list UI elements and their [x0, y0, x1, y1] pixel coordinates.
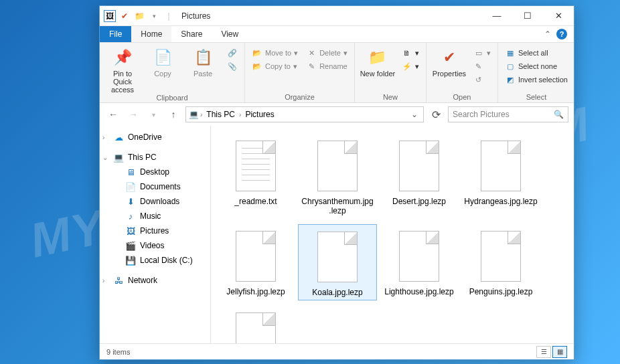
copyto-icon: 📂 [252, 61, 262, 72]
history-button[interactable]: ↺ [471, 74, 493, 86]
address-bar: ← → ▾ ↑ 💻 › This PC › Pictures ⌄ ⟳ Searc… [100, 103, 574, 126]
tab-view[interactable]: View [212, 26, 248, 42]
chevron-right-icon[interactable]: › [200, 111, 202, 118]
text-file-icon [232, 136, 280, 195]
file-item[interactable]: Jellyfish.jpg.lezp [216, 224, 295, 300]
copy-to-button[interactable]: 📂Copy to ▾ [249, 60, 301, 72]
file-icon [313, 136, 362, 195]
desktop-icon: 🖥 [125, 167, 136, 177]
select-none-button[interactable]: ▢Select none [502, 60, 570, 72]
recent-button[interactable]: ▾ [145, 106, 161, 122]
select-all-icon: ▦ [505, 48, 516, 58]
file-icon [232, 227, 280, 286]
file-item[interactable]: Koala.jpg.lezp [298, 224, 377, 300]
breadcrumb[interactable]: 💻 › This PC › Pictures ⌄ [185, 106, 424, 122]
titlebar: 🖼 ✔ 📁 ▾ | Pictures ― ☐ ✕ [100, 6, 574, 26]
crumb-thispc[interactable]: This PC [204, 110, 238, 119]
delete-button[interactable]: ✕Delete ▾ [303, 47, 350, 59]
nav-music[interactable]: ♪Music [100, 209, 210, 223]
move-to-button[interactable]: 📂Move to ▾ [249, 47, 301, 59]
maximize-button[interactable]: ☐ [512, 6, 543, 26]
file-name: Penguins.jpg.lezp [469, 287, 533, 296]
up-button[interactable]: ↑ [165, 106, 181, 122]
easy-access-icon: ⚡ [402, 61, 412, 72]
group-organize-label: Organize [249, 93, 350, 102]
close-button[interactable]: ✕ [543, 6, 574, 26]
file-icon [313, 227, 362, 286]
file-item[interactable]: Chrysanthemum.jpg.lezp [298, 134, 377, 219]
delete-icon: ✕ [306, 48, 317, 58]
new-folder-button[interactable]: 📁 New folder [359, 47, 396, 78]
paste-button[interactable]: 📋 Paste [184, 47, 222, 78]
tab-home[interactable]: Home [131, 26, 171, 42]
easy-access-button[interactable]: ⚡▾ [399, 60, 422, 72]
qat-icon-2[interactable]: ✔ [119, 10, 131, 22]
chevron-right-icon[interactable]: › [239, 111, 241, 118]
nav-downloads[interactable]: ⬇Downloads [100, 194, 210, 209]
nav-documents[interactable]: 📄Documents [100, 179, 210, 194]
item-count: 9 items [106, 348, 130, 356]
pin-quick-access-button[interactable]: 📌 Pin to Quick access [104, 47, 141, 94]
nav-desktop[interactable]: 🖥Desktop [100, 165, 210, 179]
rename-button[interactable]: ✎Rename [303, 60, 350, 72]
new-item-button[interactable]: 🗎▾ [399, 47, 422, 59]
status-bar: 9 items ☰ ▦ [100, 343, 574, 359]
ribbon-tabs: File Home Share View ⌃ ? [100, 26, 574, 43]
disk-icon: 💾 [125, 255, 136, 266]
nav-localdisk[interactable]: 💾Local Disk (C:) [100, 253, 210, 268]
file-name: Chrysanthemum.jpg.lezp [301, 197, 374, 216]
file-icon [232, 308, 280, 343]
file-item[interactable]: Lighthouse.jpg.lezp [380, 224, 459, 300]
new-item-icon: 🗎 [402, 48, 412, 58]
copy-button[interactable]: 📄 Copy [144, 47, 181, 78]
paste-shortcut-button[interactable]: 📎 [224, 60, 240, 72]
file-name: Lighthouse.jpg.lezp [384, 287, 453, 296]
file-icon [477, 227, 525, 286]
select-all-button[interactable]: ▦Select all [502, 47, 570, 59]
nav-onedrive[interactable]: ›☁OneDrive [100, 130, 210, 145]
nav-network[interactable]: ›🖧Network [100, 273, 210, 288]
edit-button[interactable]: ✎ [471, 60, 493, 72]
file-item[interactable]: Penguins.jpg.lezp [461, 224, 540, 300]
file-pane[interactable]: _readme.txtChrysanthemum.jpg.lezpDesert.… [211, 126, 574, 343]
downloads-icon: ⬇ [125, 196, 136, 207]
file-item[interactable]: Desert.jpg.lezp [380, 134, 459, 219]
forward-button[interactable]: → [125, 106, 141, 122]
pc-icon: 💻 [113, 152, 124, 163]
group-select-label: Select [502, 93, 570, 102]
collapse-ribbon-icon[interactable]: ⌃ [544, 29, 551, 39]
file-item[interactable]: _readme.txt [216, 134, 295, 219]
minimize-button[interactable]: ― [481, 6, 512, 26]
invert-selection-button[interactable]: ◩Invert selection [502, 74, 570, 86]
paste-label: Paste [193, 70, 212, 78]
new-folder-label: New folder [360, 70, 396, 78]
copy-path-button[interactable]: 🔗 [224, 47, 240, 59]
qat-icon-1[interactable]: 🖼 [104, 10, 116, 22]
icons-view-button[interactable]: ▦ [552, 346, 567, 358]
new-folder-icon: 📁 [367, 47, 388, 68]
file-icon [395, 136, 443, 195]
properties-label: Properties [433, 70, 466, 78]
open-button[interactable]: ▭▾ [471, 47, 493, 59]
nav-videos[interactable]: 🎬Videos [100, 238, 210, 253]
crumb-dropdown[interactable]: ⌄ [408, 110, 420, 119]
tab-file[interactable]: File [100, 26, 131, 42]
nav-pictures[interactable]: 🖼Pictures [100, 223, 210, 238]
back-button[interactable]: ← [105, 106, 121, 122]
file-item[interactable]: Tulips.jpg.lezp [216, 306, 295, 343]
help-icon[interactable]: ? [556, 29, 567, 39]
file-item[interactable]: Hydrangeas.jpg.lezp [461, 134, 540, 219]
tab-share[interactable]: Share [171, 26, 212, 42]
properties-button[interactable]: ✔ Properties [431, 47, 468, 78]
search-input[interactable]: Search Pictures 🔍 [448, 106, 568, 122]
refresh-button[interactable]: ⟳ [428, 106, 444, 122]
file-name: Hydrangeas.jpg.lezp [464, 197, 537, 206]
path-icon: 🔗 [227, 48, 238, 58]
qat-dropdown[interactable]: ▾ [148, 10, 160, 22]
history-icon: ↺ [473, 74, 484, 85]
group-clipboard-label: Clipboard [104, 94, 240, 103]
nav-thispc[interactable]: ⌄💻This PC [100, 150, 210, 165]
properties-icon: ✔ [439, 47, 460, 68]
details-view-button[interactable]: ☰ [536, 346, 551, 358]
crumb-pictures[interactable]: Pictures [242, 110, 277, 119]
